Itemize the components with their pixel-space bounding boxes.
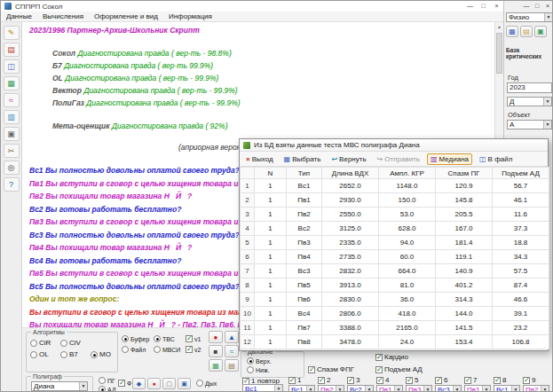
table-row[interactable]: 8 1 Пв5 3913.0 81.0 401.2 87.4 xyxy=(241,278,549,293)
right-minimize-button[interactable]: — xyxy=(521,1,532,12)
right-tool-button[interactable]: ▦ xyxy=(506,26,518,37)
repeat-select[interactable]: Вс1▼ xyxy=(242,384,283,392)
col-kgr-amplitude[interactable]: Ампл. КГР xyxy=(379,168,436,179)
col-pg-spasm[interactable]: Спазм ПГ xyxy=(436,168,493,179)
mini-icon-button[interactable]: ▣ xyxy=(178,378,191,389)
sidebar-tool-icon[interactable]: ◎ xyxy=(4,161,20,175)
scroll-up-icon[interactable]: ▲ xyxy=(495,22,503,31)
sequence-checkbox[interactable]: 2 xyxy=(318,376,330,384)
sequence-checkbox[interactable]: 1 xyxy=(288,376,301,384)
sidebar-tool-icon[interactable]: ✂ xyxy=(4,144,20,158)
col-ad-rise[interactable]: Подъем АД xyxy=(493,168,549,179)
algo-radio-mo[interactable]: MO xyxy=(91,350,111,358)
source-radio-buffer[interactable]: Буфер xyxy=(122,335,149,342)
mini-icon-button[interactable]: ▢ xyxy=(162,378,176,389)
sidebar-tool-icon[interactable]: ▣ xyxy=(4,127,20,141)
panel-icon-button[interactable]: ≈ xyxy=(225,345,239,357)
mini-icon-button[interactable]: ◆ xyxy=(132,378,146,389)
table-row[interactable]: 3 1 Пв2 2550.0 53.0 205.5 11.6 xyxy=(241,208,549,222)
year-field[interactable]: 2023 xyxy=(507,82,552,93)
v2-checkbox[interactable]: v2 xyxy=(186,346,201,353)
sidebar-tool-icon[interactable]: ▦ xyxy=(4,76,20,90)
channel-radio-ad[interactable]: АД xyxy=(99,386,116,392)
panel-icon-button[interactable]: ● xyxy=(209,331,223,343)
close-button[interactable]: × xyxy=(490,1,503,12)
panel-icon-button[interactable]: ▦ xyxy=(209,359,223,372)
table-row[interactable]: 10 1 Вс4 2806.0 418.0 144.0 39.1 xyxy=(241,307,549,321)
sequence-select[interactable]: Вс3▼ xyxy=(435,385,462,392)
cardio-checkbox[interactable]: Кардио xyxy=(375,353,408,361)
panel-icon-button[interactable]: ▲ xyxy=(225,331,239,343)
menu-info[interactable]: Информация xyxy=(163,12,217,20)
panel-icon-button[interactable]: ▤ xyxy=(225,359,239,372)
physio-select[interactable]: Физио▼ xyxy=(506,12,553,22)
sidebar-tool-icon[interactable]: ▤ xyxy=(4,43,20,57)
sequence-checkbox[interactable]: 3 xyxy=(347,376,359,384)
f-checkbox[interactable]: Ф xyxy=(118,380,131,387)
mini-icon-button[interactable]: ● xyxy=(147,378,161,389)
data-toolbar-button[interactable]: ▥ Медиана xyxy=(427,153,472,165)
breathing-radio-lower[interactable]: Ниж. xyxy=(247,366,304,373)
algo-radio-ol[interactable]: OL xyxy=(30,350,60,358)
sidebar-tool-icon[interactable]: ✎ xyxy=(4,26,20,40)
mode-radio-mvsi[interactable]: МВСИ xyxy=(154,346,180,353)
right-maximize-button[interactable]: □ xyxy=(532,1,542,12)
sequence-checkbox[interactable]: 8 xyxy=(494,376,506,384)
source-radio-file[interactable]: Файл xyxy=(122,346,149,353)
table-row[interactable]: 6 1 Пв4 2735.0 60.0 119.1 34.3 xyxy=(241,250,549,264)
sequence-select[interactable]: Вс2▼ xyxy=(347,385,374,392)
sequence-checkbox[interactable]: 5 xyxy=(406,376,418,384)
table-row[interactable]: 9 1 Пв6 2830.0 36.0 314.3 46.6 xyxy=(241,293,549,307)
sequence-select[interactable]: Вс1▼ xyxy=(494,385,520,392)
sequence-select[interactable]: Вс1▼ xyxy=(288,385,315,392)
mode-radio-tvs[interactable]: ТВС xyxy=(154,335,180,342)
maximize-button[interactable]: □ xyxy=(477,1,490,12)
sequence-select[interactable]: Пв3▼ xyxy=(406,385,432,392)
sequence-select[interactable]: Пв2▼ xyxy=(318,385,344,392)
sequence-select[interactable]: Пв2▼ xyxy=(523,385,549,392)
table-row[interactable]: 11 1 Пв7 3388.0 2165.0 141.5 23.2 xyxy=(241,321,549,335)
sequence-select[interactable]: Пв1▼ xyxy=(376,385,403,392)
scroll-thumb[interactable] xyxy=(496,33,502,74)
col-breath-length[interactable]: Длина ВДХ xyxy=(322,168,379,179)
breath-radio[interactable]: Дых xyxy=(196,380,217,387)
col-type[interactable]: Тип xyxy=(287,168,322,179)
document-select[interactable]: Д▼ xyxy=(507,97,552,106)
sequence-checkbox[interactable]: 4 xyxy=(376,376,389,384)
table-row[interactable]: 7 1 Вс3 2832.0 664.0 140.9 57.5 xyxy=(241,264,549,278)
data-toolbar-button[interactable]: × Выход xyxy=(242,153,277,165)
table-row[interactable]: 5 1 Пв3 2335.0 94.0 181.4 18.8 xyxy=(241,236,549,250)
menu-calculations[interactable]: Вычисления xyxy=(37,12,89,20)
data-window-titlebar[interactable]: Из БД взяты данные теста МВС полиграфа Д… xyxy=(240,139,548,152)
breathing-radio-upper[interactable]: Верх. xyxy=(247,357,304,365)
col-n[interactable]: N xyxy=(255,168,287,179)
data-toolbar-button[interactable]: ◫ В файл xyxy=(476,153,516,165)
sidebar-tool-icon[interactable]: ? xyxy=(4,177,20,192)
sidebar-tool-icon[interactable]: ◫ xyxy=(4,59,20,74)
sidebar-tool-icon[interactable]: ≈ xyxy=(4,93,20,107)
object-select[interactable]: А▼ xyxy=(507,120,552,129)
sequence-checkbox[interactable]: 6 xyxy=(435,376,447,384)
sequence-select[interactable]: Пв1▼ xyxy=(464,385,491,392)
table-row[interactable]: 1 1 Вс1 2652.0 1148.0 120.9 56.7 xyxy=(241,179,549,193)
minimize-button[interactable]: — xyxy=(463,1,477,12)
right-close-button[interactable]: × xyxy=(542,1,553,12)
v1-checkbox[interactable]: v1 xyxy=(186,335,201,342)
panel-icon-button[interactable]: ■ xyxy=(209,345,223,357)
polygraph-select[interactable]: Диана▼ xyxy=(31,381,88,391)
sequence-checkbox[interactable]: 7 xyxy=(464,376,477,384)
spasm-fpg-checkbox[interactable]: Спазм ФПГ xyxy=(308,365,354,373)
algo-radio-cir[interactable]: CiR xyxy=(30,339,60,347)
data-toolbar-button[interactable]: ↩ Вернуть xyxy=(328,153,369,165)
menu-data[interactable]: Данные xyxy=(1,12,37,20)
right-tool-button[interactable]: ▤ xyxy=(520,26,533,37)
sidebar-tool-icon[interactable]: ▥ xyxy=(4,110,20,124)
algo-radio-civ[interactable]: CiV xyxy=(60,339,91,347)
data-toolbar-button[interactable]: ↪ Отправить xyxy=(374,153,423,165)
table-row[interactable]: 12 1 Пв8 3478.0 24.0 153.4 106.8 xyxy=(241,335,549,349)
data-toolbar-button[interactable]: ▦ Выбрать xyxy=(280,153,325,165)
menu-appearance[interactable]: Оформление и вид xyxy=(89,12,163,20)
ad-rise-checkbox[interactable]: Подъем АД xyxy=(375,365,423,373)
right-tool-button[interactable]: ▣ xyxy=(534,26,547,37)
channel-radio-pg[interactable]: ПГ xyxy=(99,377,116,384)
